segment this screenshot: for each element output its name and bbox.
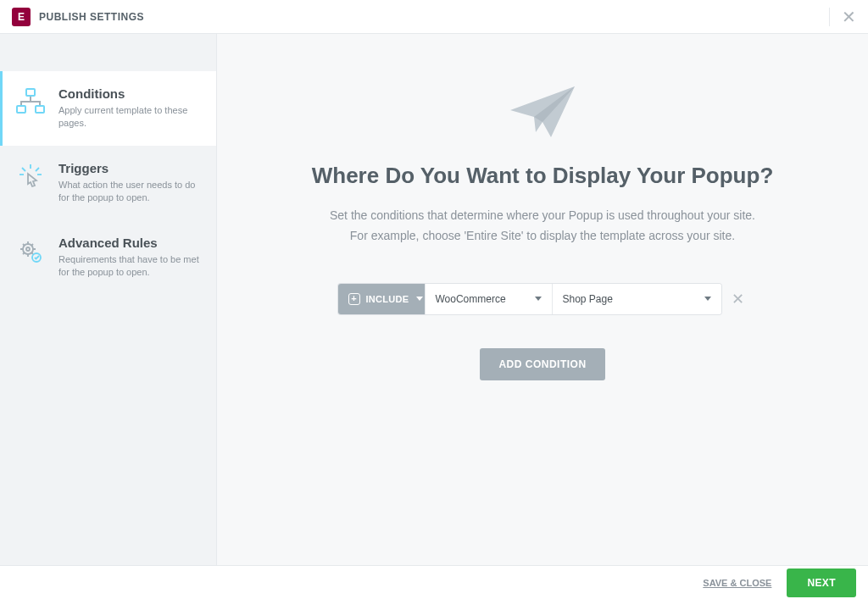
sidebar-item-desc: Requirements that have to be met for the… [58, 253, 203, 280]
click-icon [14, 161, 47, 205]
main-panel: Where Do You Want to Display Your Popup?… [216, 34, 868, 565]
topbar-title: PUBLISH SETTINGS [39, 11, 144, 23]
condition-mode-label: INCLUDE [366, 294, 409, 304]
chevron-down-icon [535, 297, 542, 301]
page-subline: Set the conditions that determine where … [330, 206, 755, 247]
sidebar-item-advanced-rules[interactable]: Advanced Rules Requirements that have to… [0, 220, 216, 295]
next-button[interactable]: NEXT [787, 568, 856, 597]
remove-condition-icon[interactable]: ✕ [728, 286, 748, 312]
paper-plane-icon [509, 85, 576, 144]
svg-point-6 [26, 247, 30, 251]
condition-mode-dropdown[interactable]: + INCLUDE [338, 284, 425, 314]
save-and-close-link[interactable]: SAVE & CLOSE [703, 578, 771, 588]
sidebar-item-triggers[interactable]: Triggers What action the user needs to d… [0, 146, 216, 220]
gears-icon [14, 236, 47, 280]
topbar-left: E PUBLISH SETTINGS [12, 8, 144, 26]
condition-category-value: WooCommerce [436, 293, 506, 305]
topbar: E PUBLISH SETTINGS ✕ [0, 0, 868, 34]
app-logo: E [12, 8, 31, 26]
svg-line-2 [36, 168, 39, 171]
chevron-down-icon [416, 297, 423, 301]
condition-row: + INCLUDE WooCommerce Shop Page ✕ [338, 284, 748, 314]
footer: SAVE & CLOSE NEXT [0, 565, 868, 599]
condition-page-value: Shop Page [563, 293, 613, 305]
body: Conditions Apply current template to the… [0, 34, 868, 565]
condition-category-select[interactable]: WooCommerce [425, 284, 552, 314]
sitemap-icon [14, 86, 47, 130]
chevron-down-icon [704, 297, 711, 301]
sidebar-item-label: Advanced Rules [58, 236, 203, 250]
sidebar-item-desc: Apply current template to these pages. [58, 104, 203, 130]
sidebar-item-desc: What action the user needs to do for the… [58, 179, 203, 205]
sidebar-item-label: Triggers [58, 161, 203, 175]
sidebar-item-conditions[interactable]: Conditions Apply current template to the… [0, 71, 216, 146]
sidebar: Conditions Apply current template to the… [0, 34, 216, 565]
sidebar-item-label: Conditions [58, 86, 203, 101]
page-headline: Where Do You Want to Display Your Popup? [312, 163, 774, 189]
condition-bar: + INCLUDE WooCommerce Shop Page [338, 284, 721, 314]
close-icon[interactable]: ✕ [829, 8, 856, 26]
add-condition-button[interactable]: ADD CONDITION [480, 348, 604, 380]
plus-icon: + [348, 293, 360, 305]
svg-line-1 [22, 168, 25, 171]
condition-page-select[interactable]: Shop Page [552, 284, 721, 314]
